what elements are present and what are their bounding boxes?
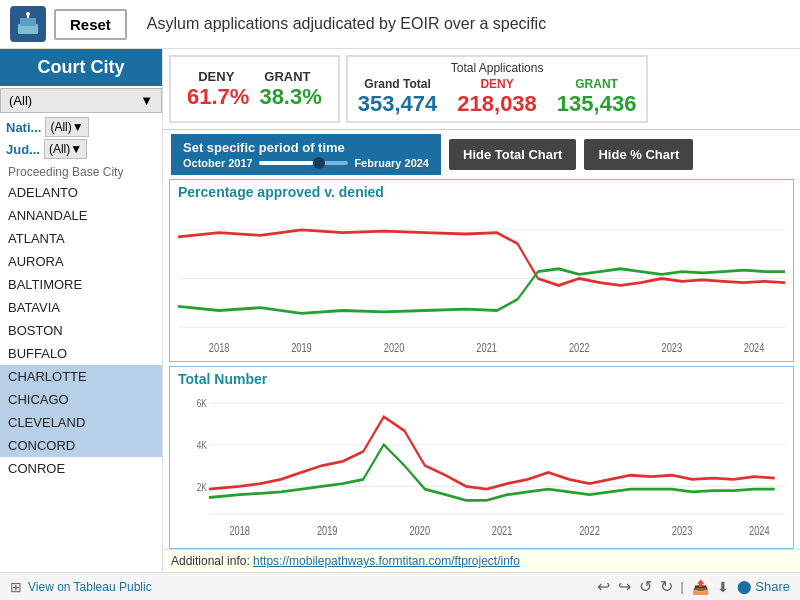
svg-text:4K: 4K xyxy=(197,439,207,452)
deny-pct: 61.7% xyxy=(187,84,249,110)
chevron-down-icon: ▼ xyxy=(140,93,153,108)
grant-total-label: GRANT xyxy=(575,77,618,91)
city-item-batavia[interactable]: BATAVIA xyxy=(0,296,162,319)
total-chart-container: Total Number 6K 4K 2K xyxy=(169,366,794,549)
share-icon[interactable]: 📤 xyxy=(692,579,709,595)
city-item-aurora[interactable]: AURORA xyxy=(0,250,162,273)
deny-total-label: DENY xyxy=(480,77,513,91)
totals-box: Total Applications Grand Total 353,474 D… xyxy=(346,55,649,123)
svg-text:6K: 6K xyxy=(197,397,207,410)
footer: ⊞ View on Tableau Public ↩ ↪ ↺ ↻ | 📤 ⬇ ⬤… xyxy=(0,572,800,600)
sidebar: Court City (All) ▼ Nati... (All)▼ Jud...… xyxy=(0,49,163,572)
svg-text:2019: 2019 xyxy=(317,524,338,538)
hide-total-chart-button[interactable]: Hide Total Chart xyxy=(449,139,576,170)
footer-right: ↩ ↪ ↺ ↻ | 📤 ⬇ ⬤ Share xyxy=(597,577,790,596)
svg-text:2024: 2024 xyxy=(749,524,770,538)
deny-label: DENY xyxy=(198,69,234,84)
court-city-dropdown[interactable]: (All) ▼ xyxy=(0,88,162,113)
svg-text:2019: 2019 xyxy=(291,341,312,355)
grant-total-value: 135,436 xyxy=(557,91,637,117)
court-city-all: (All) xyxy=(9,93,32,108)
deny-grant-box: DENY GRANT 61.7% 38.3% xyxy=(169,55,340,123)
svg-text:2023: 2023 xyxy=(672,524,693,538)
total-applications-label: Total Applications xyxy=(358,61,637,75)
slider-fill xyxy=(259,161,313,165)
logo-icon xyxy=(10,6,46,42)
nati-filter: Nati... (All)▼ xyxy=(6,117,156,137)
svg-text:2022: 2022 xyxy=(569,341,590,355)
city-item-conroe[interactable]: CONROE xyxy=(0,457,162,480)
download-icon[interactable]: ⬇ xyxy=(717,579,729,595)
city-item-chicago[interactable]: CHICAGO xyxy=(0,388,162,411)
controls-row: Set specific period of time October 2017… xyxy=(163,130,800,179)
stats-values: 61.7% 38.3% xyxy=(187,84,322,110)
pct-chart-svg: 2018 2019 2020 2021 2022 2023 2024 xyxy=(178,202,785,355)
undo-icon[interactable]: ↩ xyxy=(597,577,610,596)
city-item-cleveland[interactable]: CLEVELAND xyxy=(0,411,162,434)
svg-point-3 xyxy=(26,12,30,16)
total-chart-svg: 6K 4K 2K 2018 2019 2020 2021 2022 2023 xyxy=(178,389,785,542)
total-chart-title: Total Number xyxy=(178,371,785,387)
grant-total-col: GRANT 135,436 xyxy=(557,77,637,117)
grand-total-col: Grand Total 353,474 xyxy=(358,77,438,117)
date-start: October 2017 xyxy=(183,157,253,169)
reset-button[interactable]: Reset xyxy=(54,9,127,40)
jud-dropdown[interactable]: (All)▼ xyxy=(44,139,87,159)
main-layout: Court City (All) ▼ Nati... (All)▼ Jud...… xyxy=(0,49,800,572)
pct-chart-title: Percentage approved v. denied xyxy=(178,184,785,200)
city-item-buffalo[interactable]: BUFFALO xyxy=(0,342,162,365)
svg-text:2018: 2018 xyxy=(229,524,250,538)
deny-total-col: DENY 218,038 xyxy=(457,77,537,117)
city-item-concord[interactable]: CONCORD xyxy=(0,434,162,457)
svg-text:2024: 2024 xyxy=(744,341,765,355)
page-title: Asylum applications adjudicated by EOIR … xyxy=(147,15,546,33)
city-item-charlotte[interactable]: CHARLOTTE xyxy=(0,365,162,388)
redo-icon[interactable]: ↪ xyxy=(618,577,631,596)
jud-label: Jud... xyxy=(6,142,40,157)
city-item-baltimore[interactable]: BALTIMORE xyxy=(0,273,162,296)
footer-left: ⊞ View on Tableau Public xyxy=(10,579,152,595)
filters-row: Nati... (All)▼ Jud... (All)▼ xyxy=(0,117,162,159)
city-item-annandale[interactable]: ANNANDALE xyxy=(0,204,162,227)
pct-chart-container: Percentage approved v. denied 2018 2019 xyxy=(169,179,794,362)
nati-label: Nati... xyxy=(6,120,41,135)
svg-text:2K: 2K xyxy=(197,480,207,493)
slider-row: October 2017 February 2024 xyxy=(183,157,429,169)
tableau-label[interactable]: View on Tableau Public xyxy=(28,580,152,594)
grand-total-label: Grand Total xyxy=(364,77,430,91)
city-list: ADELANTO ANNANDALE ATLANTA AURORA BALTIM… xyxy=(0,181,162,572)
city-item-atlanta[interactable]: ATLANTA xyxy=(0,227,162,250)
logo-area: Reset xyxy=(10,6,127,42)
date-end: February 2024 xyxy=(354,157,429,169)
forward-icon[interactable]: ↻ xyxy=(660,577,673,596)
slider-track[interactable] xyxy=(259,161,349,165)
revert-icon[interactable]: ↺ xyxy=(639,577,652,596)
svg-text:2018: 2018 xyxy=(209,341,230,355)
nati-dropdown[interactable]: (All)▼ xyxy=(45,117,88,137)
svg-text:2020: 2020 xyxy=(409,524,430,538)
top-bar: Reset Asylum applications adjudicated by… xyxy=(0,0,800,49)
totals-columns: Grand Total 353,474 DENY 218,038 GRANT 1… xyxy=(358,77,637,117)
svg-text:2023: 2023 xyxy=(662,341,683,355)
additional-info-link[interactable]: https://mobilepathways.formtitan.com/ftp… xyxy=(253,554,520,568)
tableau-icon: ⊞ xyxy=(10,579,22,595)
svg-text:2022: 2022 xyxy=(579,524,600,538)
city-item-adelanto[interactable]: ADELANTO xyxy=(0,181,162,204)
court-city-title[interactable]: Court City xyxy=(0,49,162,86)
hide-pct-chart-button[interactable]: Hide % Chart xyxy=(584,139,693,170)
time-period-box: Set specific period of time October 2017… xyxy=(171,134,441,175)
share-label[interactable]: ⬤ Share xyxy=(737,579,790,594)
separator: | xyxy=(681,580,684,594)
svg-text:2021: 2021 xyxy=(476,341,497,355)
stats-row: DENY GRANT 61.7% 38.3% Total Application… xyxy=(163,49,800,130)
additional-info: Additional info: https://mobilepathways.… xyxy=(163,549,800,572)
svg-text:2020: 2020 xyxy=(384,341,405,355)
additional-info-label: Additional info: xyxy=(171,554,250,568)
city-list-header: Proceeding Base City xyxy=(0,159,162,181)
svg-rect-1 xyxy=(20,18,36,26)
city-item-boston[interactable]: BOSTON xyxy=(0,319,162,342)
slider-thumb[interactable] xyxy=(313,157,325,169)
deny-total-value: 218,038 xyxy=(457,91,537,117)
jud-filter: Jud... (All)▼ xyxy=(6,139,156,159)
content-area: DENY GRANT 61.7% 38.3% Total Application… xyxy=(163,49,800,572)
